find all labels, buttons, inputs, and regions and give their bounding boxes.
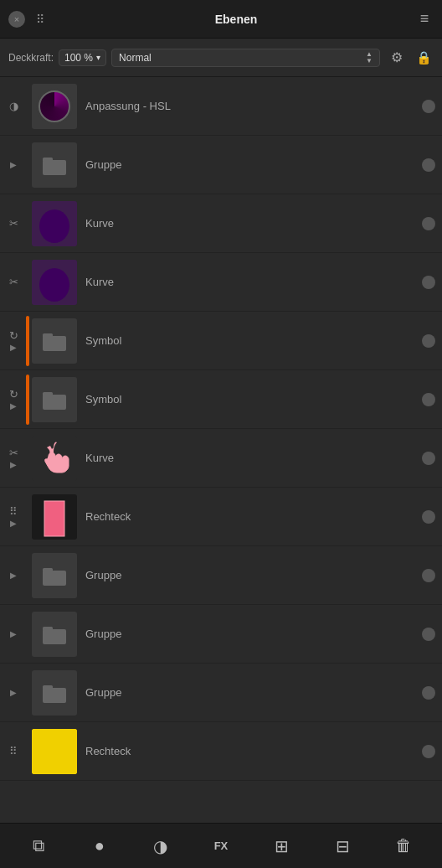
- layer-visibility-dot[interactable]: [422, 686, 435, 700]
- layer-name: Rechteck: [85, 745, 415, 757]
- svg-rect-12: [43, 627, 53, 631]
- layer-visibility-dot[interactable]: [422, 334, 435, 348]
- layer-visibility-dot[interactable]: [422, 510, 435, 524]
- layer-name: Kurve: [85, 276, 415, 288]
- layer-row[interactable]: ⠿Rechteck: [0, 722, 442, 781]
- layer-visibility-dot[interactable]: [422, 452, 435, 465]
- layer-visibility-dot[interactable]: [422, 158, 435, 172]
- opacity-control[interactable]: 100 % ▾: [59, 49, 106, 66]
- layer-row[interactable]: ◑ Anpassung - HSL: [0, 77, 442, 136]
- layer-type-icon: ✂: [9, 276, 18, 287]
- layer-left-icons: ⠿: [3, 746, 23, 757]
- expand-icon[interactable]: ▶: [10, 519, 17, 528]
- svg-rect-7: [43, 392, 53, 396]
- expand-icon[interactable]: ▶: [10, 629, 17, 638]
- lock-icon: 🔒: [416, 50, 432, 65]
- layer-thumbnail: [32, 494, 77, 540]
- copy-icon: ⧉: [33, 836, 44, 855]
- opacity-label: Deckkraft:: [8, 52, 54, 64]
- blend-button[interactable]: ◑: [145, 831, 175, 861]
- svg-rect-11: [43, 629, 66, 644]
- menu-icon: ≡: [420, 10, 429, 28]
- grid-button[interactable]: ⊞: [267, 831, 297, 861]
- layer-thumbnail: [32, 142, 77, 188]
- svg-rect-0: [43, 160, 66, 175]
- layer-thumbnail: [32, 201, 77, 246]
- layer-visibility-dot[interactable]: [422, 276, 435, 289]
- layer-visibility-dot[interactable]: [422, 100, 435, 113]
- layer-visibility-dot[interactable]: [422, 393, 435, 406]
- lock-button[interactable]: 🔒: [414, 48, 434, 68]
- expand-icon[interactable]: ▶: [10, 460, 17, 469]
- svg-rect-14: [43, 685, 53, 690]
- layer-thumbnail: [32, 436, 77, 481]
- layer-name: Symbol: [85, 334, 415, 347]
- layer-type-icon: ⠿: [9, 746, 18, 757]
- settings-button[interactable]: ⚙: [385, 46, 409, 70]
- opacity-arrow: ▾: [96, 53, 100, 62]
- layer-type-icon: ⠿: [9, 506, 18, 517]
- layer-type-icon: ↻: [9, 330, 18, 341]
- layer-row[interactable]: ⠿▶ Rechteck: [0, 488, 442, 546]
- layer-row[interactable]: ↻▶ Symbol: [0, 370, 442, 429]
- close-icon: ×: [14, 14, 19, 24]
- expand-icon[interactable]: ▶: [10, 343, 17, 352]
- layer-thumbnail: [32, 260, 77, 305]
- expand-icon[interactable]: ▶: [10, 401, 17, 411]
- expand-icon[interactable]: ▶: [10, 160, 17, 169]
- new-layer-button[interactable]: ●: [85, 831, 115, 861]
- layer-row[interactable]: ✂Kurve: [0, 194, 442, 253]
- layer-visibility-dot[interactable]: [422, 569, 435, 582]
- panel-title: Ebenen: [57, 13, 415, 26]
- flatten-button[interactable]: ⊟: [327, 831, 357, 861]
- layer-left-icons: ✂: [3, 276, 23, 287]
- layer-left-icons: ▶: [3, 160, 23, 169]
- blend-mode-control[interactable]: Normal ▲ ▼: [111, 49, 380, 67]
- svg-rect-9: [43, 571, 66, 586]
- layer-name: Symbol: [85, 393, 415, 406]
- layer-left-icons: ↻▶: [3, 389, 23, 411]
- layer-left-icons: ↻▶: [3, 330, 23, 352]
- layer-row[interactable]: ✂Kurve: [0, 253, 442, 312]
- layer-row[interactable]: ▶ Gruppe: [0, 605, 442, 664]
- layer-type-icon: ✂: [9, 218, 18, 229]
- layer-thumbnail: [32, 84, 77, 129]
- layer-visibility-dot[interactable]: [422, 217, 435, 230]
- layer-row[interactable]: ▶ Gruppe: [0, 664, 442, 722]
- layer-visibility-dot[interactable]: [422, 628, 435, 641]
- layer-thumbnail: [32, 729, 77, 774]
- layer-left-icons: ⠿▶: [3, 506, 23, 528]
- svg-rect-8: [44, 501, 64, 536]
- expand-icon[interactable]: ▶: [10, 571, 17, 580]
- opacity-value: 100 %: [64, 52, 93, 64]
- layer-visibility-dot[interactable]: [422, 745, 435, 758]
- layer-type-icon: ↻: [9, 389, 18, 400]
- close-button[interactable]: ×: [8, 11, 25, 28]
- copy-layer-button[interactable]: ⧉: [23, 831, 54, 861]
- svg-rect-4: [43, 336, 66, 351]
- layers-list: ◑ Anpassung - HSL▶ Gruppe✂Kurve✂Kurve↻▶ …: [0, 77, 442, 823]
- layer-accent-bar: [26, 375, 29, 425]
- svg-rect-10: [43, 568, 53, 572]
- layer-row[interactable]: ↻▶ Symbol: [0, 312, 442, 370]
- layer-left-icons: ▶: [3, 629, 23, 638]
- layer-left-icons: ✂: [3, 218, 23, 229]
- layer-type-icon: ✂: [9, 447, 18, 458]
- layer-row[interactable]: ▶ Gruppe: [0, 136, 442, 194]
- grid-icon: ⊞: [275, 836, 289, 856]
- layer-row[interactable]: ✂▶ Kurve: [0, 429, 442, 488]
- layer-left-icons: ▶: [3, 688, 23, 697]
- expand-icon[interactable]: ▶: [10, 688, 17, 697]
- fx-button[interactable]: FX: [206, 831, 236, 861]
- toolbar: Deckkraft: 100 % ▾ Normal ▲ ▼ ⚙ 🔒: [0, 39, 442, 77]
- svg-rect-5: [43, 333, 53, 338]
- layer-thumbnail: [32, 318, 77, 364]
- layer-name: Kurve: [85, 452, 415, 464]
- layer-accent-bar: [26, 316, 29, 366]
- layer-row[interactable]: ▶ Gruppe: [0, 546, 442, 605]
- layer-left-icons: ◑: [3, 101, 23, 111]
- menu-button[interactable]: ≡: [415, 10, 434, 28]
- layer-type-icon: ◑: [9, 101, 18, 111]
- layer-thumbnail: [32, 612, 77, 657]
- delete-layer-button[interactable]: 🗑: [388, 831, 419, 861]
